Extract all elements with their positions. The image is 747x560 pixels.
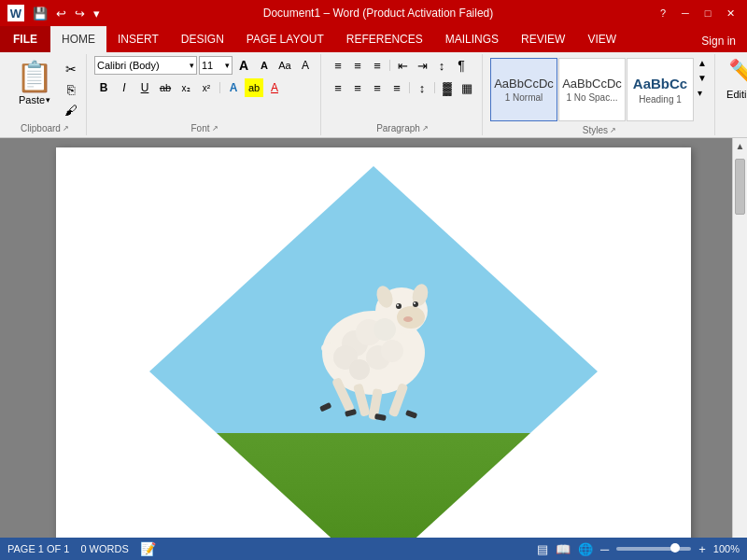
title-bar-left: W 💾 ↩ ↪ ▾	[7, 5, 103, 22]
undo-button[interactable]: ↩	[53, 5, 69, 22]
justify-button[interactable]: ≡	[388, 78, 406, 97]
styles-expand[interactable]: ↗	[610, 126, 616, 134]
font-name-selector[interactable]: Calibri (Body) ▾	[94, 56, 197, 75]
restore-button[interactable]: □	[698, 4, 717, 22]
copy-button[interactable]: ⎘	[62, 80, 80, 99]
align-right-button[interactable]: ≡	[368, 78, 387, 97]
tab-file[interactable]: FILE	[0, 26, 50, 52]
numbering-button[interactable]: ≡	[348, 56, 367, 75]
sort-button[interactable]: ↕	[432, 56, 451, 75]
tab-view[interactable]: VIEW	[576, 26, 627, 52]
editing-button[interactable]: ✏️ Editing ▾	[723, 56, 747, 102]
svg-point-12	[374, 318, 396, 341]
zoom-in-button[interactable]: +	[698, 542, 706, 556]
underline-button[interactable]: U	[135, 78, 154, 97]
text-effects-button[interactable]: A	[224, 78, 243, 97]
styles-scroll-down[interactable]: ▼	[696, 71, 709, 85]
sign-in-button[interactable]: Sign in	[690, 30, 747, 52]
font-label: Font ↗	[94, 121, 315, 133]
layout-view-icon[interactable]: ▤	[537, 542, 548, 556]
align-center-button[interactable]: ≡	[348, 78, 367, 97]
scroll-up-button[interactable]: ▲	[733, 138, 747, 154]
help-button[interactable]: ?	[654, 4, 672, 22]
quick-access: 💾 ↩ ↪ ▾	[30, 5, 103, 22]
clear-format-button[interactable]: A	[296, 56, 315, 75]
redo-button[interactable]: ↪	[72, 5, 88, 22]
svg-point-15	[381, 340, 403, 362]
style-heading1-preview: AaBbCc	[633, 76, 687, 92]
zoom-level[interactable]: 100%	[713, 543, 740, 554]
shading-button[interactable]: ▓	[438, 78, 457, 97]
grow-font-button[interactable]: A	[234, 56, 253, 75]
paragraph-group: ≡ ≡ ≡ ⇤ ⇥ ↕ ¶ ≡ ≡ ≡ ≡ ↕ ▓ ▦ Para	[323, 54, 483, 135]
strikethrough-button[interactable]: ab	[156, 78, 175, 97]
web-layout-icon[interactable]: 🌐	[578, 542, 593, 556]
border-button[interactable]: ▦	[458, 78, 476, 97]
bold-button[interactable]: B	[94, 78, 113, 97]
bullets-button[interactable]: ≡	[329, 56, 347, 75]
tab-review[interactable]: REVIEW	[510, 26, 576, 52]
svg-point-8	[414, 302, 416, 304]
change-case-button[interactable]: Aa	[275, 56, 294, 75]
style-normal[interactable]: AaBbCcDc 1 Normal	[490, 58, 557, 121]
scroll-thumb[interactable]	[735, 159, 745, 215]
read-mode-icon[interactable]: 📖	[556, 542, 571, 556]
styles-scroll-up[interactable]: ▲	[696, 56, 709, 70]
cut-button[interactable]: ✂	[62, 60, 80, 78]
tab-page-layout[interactable]: PAGE LAYOUT	[235, 26, 335, 52]
paragraph-expand[interactable]: ↗	[422, 124, 429, 133]
paste-label: Paste	[19, 94, 45, 105]
lamb-image	[149, 166, 598, 560]
font-row-2: B I U ab x₂ x² A ab A	[94, 78, 284, 97]
style-normal-label: 1 Normal	[505, 92, 543, 103]
format-painter-button[interactable]: 🖌	[62, 101, 80, 119]
tab-insert[interactable]: INSERT	[106, 26, 170, 52]
align-left-button[interactable]: ≡	[329, 78, 347, 97]
decrease-indent-button[interactable]: ⇤	[393, 56, 412, 75]
tab-home[interactable]: HOME	[50, 26, 106, 52]
style-heading1[interactable]: AaBbCc Heading 1	[627, 58, 694, 121]
styles-more-button[interactable]: ▾	[696, 86, 709, 100]
increase-indent-button[interactable]: ⇥	[413, 56, 431, 75]
tab-design[interactable]: DESIGN	[170, 26, 235, 52]
paste-button[interactable]: 📋 Paste ▾	[9, 56, 60, 108]
show-marks-button[interactable]: ¶	[452, 56, 471, 75]
style-normal-preview: AaBbCcDc	[494, 77, 554, 91]
tab-references[interactable]: REFERENCES	[335, 26, 434, 52]
proofing-icon[interactable]: 📝	[140, 541, 156, 556]
zoom-out-button[interactable]: ─	[600, 542, 609, 556]
highlight-color-button[interactable]: ab	[245, 78, 263, 97]
diamond-image-container[interactable]	[149, 166, 598, 560]
save-button[interactable]: 💾	[30, 5, 50, 22]
tab-mailings[interactable]: MAILINGS	[434, 26, 510, 52]
app-icon: W	[7, 5, 24, 21]
line-spacing-button[interactable]: ↕	[413, 78, 431, 97]
paste-dropdown-arrow[interactable]: ▾	[46, 95, 50, 105]
font-group: Calibri (Body) ▾ 11 ▾ A A Aa A B I U ab …	[89, 54, 321, 135]
shrink-font-button[interactable]: A	[255, 56, 274, 75]
multilevel-list-button[interactable]: ≡	[368, 56, 387, 75]
para-divider-1	[389, 60, 390, 71]
clipboard-expand[interactable]: ↗	[63, 124, 69, 133]
para-row-1: ≡ ≡ ≡ ⇤ ⇥ ↕ ¶	[329, 56, 471, 75]
svg-point-7	[413, 301, 418, 307]
zoom-thumb[interactable]	[670, 543, 680, 553]
editing-content: ✏️ Editing ▾	[723, 56, 747, 121]
font-content: Calibri (Body) ▾ 11 ▾ A A Aa A B I U ab …	[94, 56, 315, 121]
lamb-svg	[280, 241, 467, 446]
scroll-track[interactable]	[733, 154, 747, 560]
subscript-button[interactable]: x₂	[176, 78, 195, 97]
minimize-button[interactable]: ─	[676, 4, 695, 22]
superscript-button[interactable]: x²	[197, 78, 216, 97]
close-button[interactable]: ✕	[721, 4, 740, 22]
style-no-spacing[interactable]: AaBbCcDc 1 No Spac...	[558, 58, 626, 121]
vertical-scrollbar[interactable]: ▲ ▼	[732, 138, 747, 560]
font-color-button[interactable]: A	[265, 78, 284, 97]
font-size-selector[interactable]: 11 ▾	[199, 56, 233, 75]
customize-quick-access[interactable]: ▾	[91, 5, 103, 22]
zoom-slider[interactable]	[616, 547, 691, 551]
italic-button[interactable]: I	[115, 78, 134, 97]
document-page	[56, 147, 691, 560]
font-expand[interactable]: ↗	[212, 124, 218, 133]
styles-group: AaBbCcDc 1 Normal AaBbCcDc 1 No Spac... …	[485, 54, 715, 135]
